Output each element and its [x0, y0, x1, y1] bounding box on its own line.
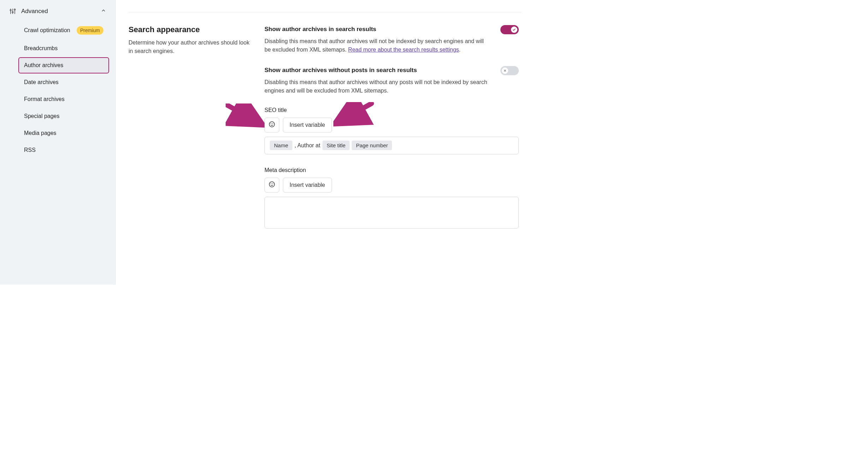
variable-chip-page-number[interactable]: Page number: [352, 141, 392, 150]
sidebar-item-label: Special pages: [24, 113, 60, 119]
meta-description-label: Meta description: [264, 167, 519, 173]
premium-badge: Premium: [77, 26, 103, 35]
insert-variable-button[interactable]: Insert variable: [283, 118, 332, 132]
svg-point-14: [271, 184, 271, 184]
sidebar-section-advanced[interactable]: Advanced: [6, 4, 109, 18]
sidebar-item-label: RSS: [24, 147, 36, 153]
svg-point-5: [14, 9, 15, 10]
sidebar-item-format-archives[interactable]: Format archives: [18, 91, 109, 107]
sidebar-item-breadcrumbs[interactable]: Breadcrumbs: [18, 40, 109, 57]
sidebar-item-label: Format archives: [24, 96, 65, 102]
sidebar-section-label: Advanced: [21, 8, 101, 15]
setting-desc: Disabling this means that author archive…: [264, 37, 490, 54]
seo-title-label: SEO title: [264, 107, 519, 113]
meta-description-input[interactable]: [264, 197, 519, 229]
sidebar-item-label: Media pages: [24, 130, 57, 136]
setting-show-in-search: Show author archives in search results D…: [264, 25, 519, 54]
setting-desc: Disabling this means that author archive…: [264, 78, 490, 95]
smiley-icon: [268, 181, 275, 189]
page-heading: Search appearance: [129, 25, 250, 34]
insert-variable-button[interactable]: Insert variable: [283, 178, 332, 192]
emoji-button[interactable]: [264, 178, 279, 192]
sidebar-item-label: Crawl optimization: [24, 27, 70, 34]
setting-desc-post: .: [459, 47, 460, 53]
svg-point-3: [12, 12, 13, 13]
setting-show-without-posts: Show author archives without posts in se…: [264, 66, 519, 95]
seo-title-text: , Author at: [295, 142, 320, 149]
seo-title-input[interactable]: Name , Author at Site title Page number: [264, 137, 519, 154]
toggle-knob: [502, 67, 508, 74]
sidebar-item-media-pages[interactable]: Media pages: [18, 125, 109, 141]
toggle-show-without-posts[interactable]: [500, 66, 519, 75]
sidebar-subitems: Crawl optimization Premium Breadcrumbs A…: [6, 21, 109, 158]
smiley-icon: [268, 121, 275, 129]
svg-point-8: [269, 122, 275, 127]
sidebar-item-date-archives[interactable]: Date archives: [18, 74, 109, 90]
section-intro: Search appearance Determine how your aut…: [129, 25, 250, 241]
sidebar-item-rss[interactable]: RSS: [18, 142, 109, 158]
sliders-icon: [9, 8, 21, 15]
svg-point-13: [269, 182, 275, 187]
setting-title: Show author archives without posts in se…: [264, 66, 490, 75]
meta-description-block: Meta description Insert variable: [264, 167, 519, 229]
sidebar: Advanced Crawl optimization Premium Brea…: [0, 0, 116, 285]
variable-chip-site-title[interactable]: Site title: [322, 141, 350, 150]
chevron-up-icon: [101, 8, 106, 15]
emoji-button[interactable]: [264, 118, 279, 132]
page-subheading: Determine how your author archives shoul…: [129, 38, 250, 55]
setting-title: Show author archives in search results: [264, 25, 490, 34]
main-content: Search appearance Determine how your aut…: [116, 0, 534, 285]
toggle-knob: [511, 26, 517, 33]
svg-point-1: [10, 10, 11, 11]
divider: [129, 12, 521, 12]
svg-point-9: [271, 124, 271, 124]
seo-title-block: SEO title Insert variable Name , Author …: [264, 107, 519, 154]
svg-point-10: [273, 124, 273, 124]
sidebar-item-author-archives[interactable]: Author archives: [18, 57, 109, 73]
variable-chip-name[interactable]: Name: [270, 141, 292, 150]
sidebar-item-special-pages[interactable]: Special pages: [18, 108, 109, 124]
sidebar-item-label: Date archives: [24, 79, 59, 85]
sidebar-item-crawl-optimization[interactable]: Crawl optimization Premium: [18, 21, 109, 40]
sidebar-item-label: Author archives: [24, 62, 63, 69]
svg-point-15: [273, 184, 273, 184]
read-more-link[interactable]: Read more about the search results setti…: [348, 47, 459, 53]
toggle-show-in-search[interactable]: [500, 25, 519, 34]
sidebar-item-label: Breadcrumbs: [24, 45, 58, 52]
